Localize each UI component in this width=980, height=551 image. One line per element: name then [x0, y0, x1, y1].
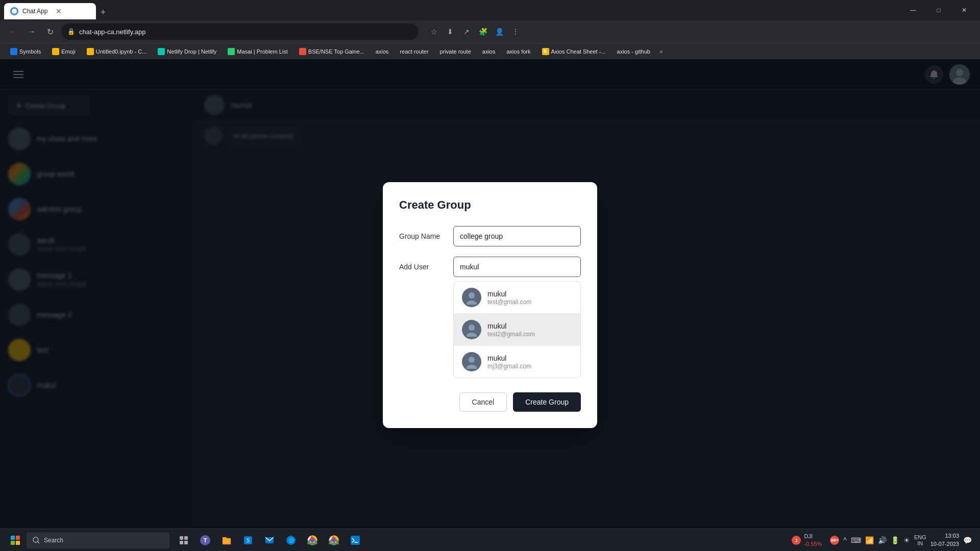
bookmark-axios-github[interactable]: axios - github — [613, 47, 654, 56]
bookmark-icon-bse — [299, 48, 306, 55]
app-area: Create Group my chats and more group wor… — [0, 59, 980, 551]
add-user-input[interactable] — [453, 257, 581, 277]
svg-text:T: T — [204, 537, 207, 543]
svg-point-11 — [469, 357, 475, 363]
bookmark-netlify[interactable]: Netlify Drop | Netlify — [154, 47, 220, 56]
menu-icon[interactable]: ⋮ — [508, 24, 523, 39]
taskbar-app-files[interactable] — [216, 530, 237, 550]
list-item[interactable]: mukul mj3@gmail.com — [454, 346, 580, 378]
svg-point-12 — [467, 365, 477, 369]
tray-notifications-icon[interactable]: 💬 — [963, 536, 972, 544]
taskbar-app-edge[interactable] — [281, 530, 301, 550]
tray-arrow-icon[interactable]: ^ — [843, 536, 847, 544]
back-button[interactable]: ← — [6, 24, 20, 39]
tray-clock[interactable]: 13:03 10-07-2023 — [930, 532, 959, 548]
active-tab[interactable]: Chat App ✕ — [4, 3, 96, 19]
tray-battery-icon[interactable]: 🔋 — [891, 536, 899, 544]
bookmark-bse[interactable]: BSE/NSE Top Gaine... — [295, 47, 369, 56]
new-tab-button[interactable]: + — [96, 5, 110, 19]
svg-rect-22 — [184, 541, 188, 544]
tray-time-display: 13:03 — [930, 532, 959, 540]
taskbar-app-chrome[interactable] — [302, 530, 323, 550]
close-button[interactable]: ✕ — [952, 2, 976, 18]
bookmark-axios[interactable]: axios — [372, 47, 393, 56]
svg-point-0 — [12, 9, 17, 14]
group-name-input[interactable] — [453, 226, 581, 246]
djia-icon: 1 — [792, 536, 801, 545]
bookmark-label-axios-fork: axios fork — [506, 48, 530, 55]
bookmark-label-axios2: axios — [482, 48, 496, 55]
taskbar-app-chrome2[interactable] — [324, 530, 344, 550]
tray-date-display: 10-07-2023 — [930, 540, 959, 548]
taskbar-app-store[interactable]: S — [238, 530, 258, 550]
svg-point-9 — [469, 324, 475, 331]
bookmark-icon-emoji — [52, 48, 59, 55]
modal-overlay: Create Group Group Name Add User mukul t… — [0, 59, 980, 551]
download-icon[interactable]: ⬇ — [443, 24, 457, 39]
notification-tray[interactable]: 99+ — [830, 536, 839, 545]
djia-widget[interactable]: 1 DJI -0.55% — [788, 533, 826, 547]
forward-button[interactable]: → — [24, 24, 39, 39]
bookmark-star-icon[interactable]: ☆ — [427, 24, 441, 39]
svg-rect-13 — [11, 536, 15, 540]
lock-icon: 🔒 — [67, 28, 75, 35]
bookmark-axios-cheat[interactable]: K Axios Cheat Sheet -... — [538, 47, 610, 56]
bookmark-label-masai: Masai | Problem List — [237, 48, 287, 55]
tab-title: Chat App — [22, 8, 47, 15]
tray-volume-icon[interactable]: 🔊 — [878, 536, 887, 544]
notification-count: 99+ — [830, 536, 839, 545]
bookmark-icon-netlify — [158, 48, 165, 55]
user-search-results: mukul test@gmail.com mukul test2@gmail.c… — [453, 281, 581, 378]
bookmark-masai[interactable]: Masai | Problem List — [224, 47, 291, 56]
address-bar[interactable]: 🔒 chat-app-ca.netlify.app — [61, 23, 419, 40]
bookmark-axios-fork[interactable]: axios fork — [502, 47, 534, 56]
extensions-icon[interactable]: 🧩 — [476, 24, 490, 39]
tray-keyboard-icon[interactable]: ⌨ — [851, 536, 861, 544]
taskbar-app-task-view[interactable] — [174, 530, 194, 550]
add-user-field-group: Add User — [399, 257, 581, 277]
create-group-button[interactable]: Create Group — [513, 392, 581, 412]
bookmark-untitled[interactable]: Untitled0.ipynb - C... — [83, 47, 151, 56]
tab-close-button[interactable]: ✕ — [56, 7, 62, 15]
cancel-button[interactable]: Cancel — [459, 392, 507, 412]
bookmark-label-emoji: Emoji — [61, 48, 76, 55]
minimize-button[interactable]: — — [901, 2, 925, 18]
taskbar-apps: T S — [174, 530, 365, 550]
share-icon[interactable]: ↗ — [459, 24, 474, 39]
maximize-button[interactable]: □ — [927, 2, 950, 18]
profile-icon[interactable]: 👤 — [492, 24, 506, 39]
bookmark-react-router[interactable]: react router — [396, 47, 432, 56]
user-name: mukul — [487, 354, 572, 362]
refresh-button[interactable]: ↻ — [43, 24, 57, 39]
bookmark-symbols[interactable]: Symbols — [6, 47, 45, 56]
tray-language[interactable]: ENGIN — [914, 534, 926, 546]
bookmarks-bar: Symbols Emoji Untitled0.ipynb - C... Net… — [0, 43, 980, 59]
bookmark-emoji[interactable]: Emoji — [48, 47, 80, 56]
taskbar-search-bar[interactable]: Search — [27, 532, 169, 548]
tray-brightness-icon[interactable]: ☀ — [903, 536, 910, 544]
tray-network-icon[interactable]: 📶 — [865, 536, 874, 544]
taskbar-app-vscode[interactable] — [345, 530, 365, 550]
taskbar-app-teams[interactable]: T — [195, 530, 215, 550]
create-group-modal: Create Group Group Name Add User mukul t… — [383, 182, 597, 428]
taskbar: Search T S — [0, 529, 980, 551]
bookmark-icon-axios-cheat: K — [542, 48, 549, 55]
bookmark-icon-untitled — [87, 48, 94, 55]
bookmarks-overflow[interactable]: » — [657, 48, 665, 55]
bookmark-axios2[interactable]: axios — [478, 47, 500, 56]
group-name-label: Group Name — [399, 232, 445, 240]
svg-rect-14 — [16, 536, 20, 540]
bookmark-label-axios-github: axios - github — [617, 48, 650, 55]
bookmark-label-axios-cheat: Axios Cheat Sheet -... — [551, 48, 606, 55]
group-name-field-group: Group Name — [399, 226, 581, 246]
taskbar-app-mail[interactable] — [259, 530, 280, 550]
list-item[interactable]: mukul test2@gmail.com — [454, 314, 580, 346]
djia-label: DJI — [804, 533, 822, 540]
user-avatar — [462, 352, 481, 371]
taskbar-tray: 1 DJI -0.55% 99+ ^ ⌨ 📶 🔊 🔋 ☀ ENGIN 13:03… — [783, 532, 976, 548]
user-avatar — [462, 288, 481, 307]
start-button[interactable] — [4, 531, 27, 549]
bookmark-private-route[interactable]: private route — [436, 47, 475, 56]
list-item[interactable]: mukul test@gmail.com — [454, 282, 580, 314]
svg-rect-21 — [180, 541, 183, 544]
